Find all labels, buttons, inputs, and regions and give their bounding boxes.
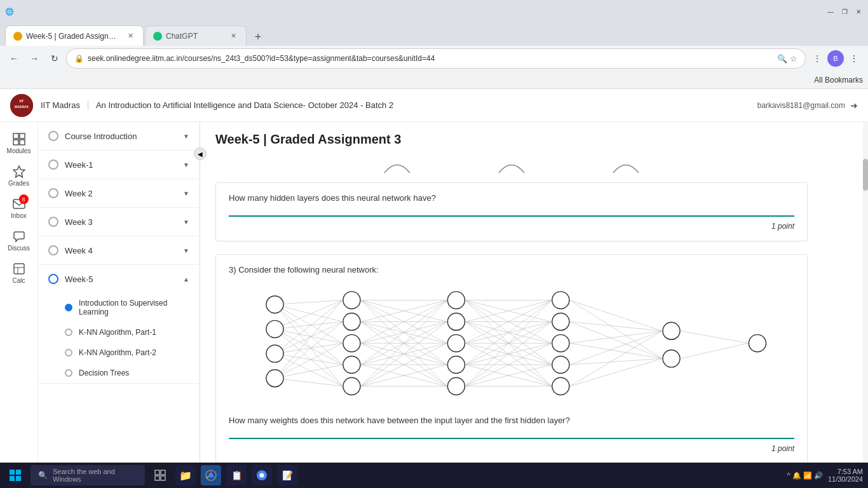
address-bar[interactable]: 🔒 seek.onlinedegree.iitm.ac.in/courses/n… xyxy=(66,48,806,69)
window-controls[interactable]: — ❐ ✕ xyxy=(826,7,863,16)
section-week3-title: Week 3 xyxy=(65,217,93,227)
nn-node xyxy=(552,313,569,330)
calc-label: Calc xyxy=(12,277,25,284)
section-week1-header[interactable]: Week-1 ▼ xyxy=(38,151,200,179)
arc1 xyxy=(378,157,416,176)
subitem-intro-supervised-circle xyxy=(65,304,72,311)
svg-line-16 xyxy=(275,304,342,386)
svg-rect-98 xyxy=(155,470,159,475)
svg-rect-100 xyxy=(155,476,159,480)
minimize-button[interactable]: — xyxy=(826,7,835,16)
taskbar-icon-chrome2[interactable] xyxy=(252,465,272,485)
search-icon[interactable]: 🔍 xyxy=(777,54,787,64)
subitem-intro-supervised-label: Introduction to Supervised Learning xyxy=(79,299,189,316)
taskbar: 🔍 Search the web and Windows 📁 📋 xyxy=(0,463,868,488)
svg-rect-94 xyxy=(10,470,15,475)
section-course-intro-left: Course Introduction xyxy=(48,131,137,141)
nn-node xyxy=(343,313,360,330)
taskbar-icon-explorer[interactable]: 📁 xyxy=(175,465,196,485)
iit-logo: IIT MADRAS xyxy=(10,94,33,117)
sidebar-item-inbox[interactable]: 8 Inbox xyxy=(1,193,37,223)
main-content: Week-5 | Graded Assignment 3 How many xyxy=(200,122,868,488)
taskbar-icon-app2[interactable]: 📝 xyxy=(277,465,297,485)
close-button[interactable]: ✕ xyxy=(854,7,863,16)
sidebar-item-modules[interactable]: Modules xyxy=(1,128,37,158)
profile-icon[interactable]: B xyxy=(827,50,844,67)
nn-node xyxy=(663,349,680,367)
refresh-button[interactable]: ↻ xyxy=(46,50,64,67)
new-tab-button[interactable]: + xyxy=(249,28,267,46)
svg-line-12 xyxy=(275,300,342,304)
taskbar-icon-chrome[interactable] xyxy=(201,465,221,485)
nn-node xyxy=(749,334,766,351)
all-bookmarks-link[interactable]: All Bookmarks xyxy=(814,76,863,85)
logout-icon[interactable]: ➜ xyxy=(850,100,858,111)
nn-arcs-top xyxy=(215,157,808,176)
question-block-q3: 3) Consider the following neural network… xyxy=(215,254,808,464)
extensions-button[interactable]: ⋮ xyxy=(808,50,826,67)
taskbar-right: ^ 🔔 📶 🔊 7:53 AM 11/30/2024 xyxy=(787,468,863,483)
sidebar-subitem-decision-trees[interactable]: Decision Trees xyxy=(38,363,200,383)
taskbar-search[interactable]: 🔍 Search the web and Windows xyxy=(31,465,145,485)
neural-network-q3 xyxy=(229,282,794,409)
points-q2: 1 point xyxy=(771,222,794,231)
back-button[interactable]: ← xyxy=(5,50,23,67)
section-week4-header[interactable]: Week 4 ▼ xyxy=(38,236,200,264)
nn-node xyxy=(447,313,465,330)
nn-node xyxy=(552,356,569,373)
section-week1: Week-1 ▼ xyxy=(38,151,200,179)
taskbar-icon-app1[interactable]: 📋 xyxy=(226,465,247,485)
bookmark-icon[interactable]: ☆ xyxy=(790,54,797,64)
answer-line-q3 xyxy=(229,438,794,439)
discuss-icon xyxy=(12,229,26,243)
sidebar-subitem-knn-part1[interactable]: K-NN Algorithm, Part-1 xyxy=(38,322,200,342)
sidebar-subitem-knn-part2[interactable]: K-NN Algorithm, Part-2 xyxy=(38,342,200,363)
subitem-decision-trees-circle xyxy=(65,369,72,377)
question-block-q2: How many hidden layers does this neural … xyxy=(215,182,808,241)
svg-text:MADRAS: MADRAS xyxy=(15,105,29,109)
sidebar-subitem-intro-supervised[interactable]: Introduction to Supervised Learning xyxy=(38,293,200,322)
scrollbar-track[interactable] xyxy=(863,122,868,488)
section-week4-chevron: ▼ xyxy=(183,247,189,254)
points-row-q3: 1 point xyxy=(229,442,794,453)
answer-line-q2 xyxy=(229,215,794,217)
section-week2-header[interactable]: Week 2 ▼ xyxy=(38,179,200,207)
menu-button[interactable]: ⋮ xyxy=(845,50,863,67)
top-header: IIT MADRAS IIT Madras An Introduction to… xyxy=(0,89,868,122)
section-week3-header[interactable]: Week 3 ▼ xyxy=(38,208,200,236)
section-course-intro-title: Course Introduction xyxy=(65,132,137,141)
sidebar-item-discuss[interactable]: Discuss xyxy=(1,226,37,255)
svg-rect-5 xyxy=(13,140,18,145)
nn-node xyxy=(266,345,283,362)
section-week5-header[interactable]: Week-5 ▲ xyxy=(38,265,200,293)
scrollbar-thumb[interactable] xyxy=(863,159,868,191)
tab2-close[interactable]: ✕ xyxy=(228,31,238,41)
maximize-button[interactable]: ❐ xyxy=(840,7,849,16)
section-week5-chevron: ▲ xyxy=(183,276,189,283)
section-week3: Week 3 ▼ xyxy=(38,208,200,236)
section-course-intro-header[interactable]: Course Introduction ▼ xyxy=(38,122,200,150)
sidebar-item-grades[interactable]: Grades xyxy=(1,161,37,191)
sidebar-item-calc[interactable]: Calc xyxy=(1,258,37,288)
inbox-badge: 8 xyxy=(19,194,29,204)
page-title: Week-5 | Graded Assignment 3 xyxy=(215,132,808,147)
section-week5-title: Week-5 xyxy=(65,274,93,284)
title-bar-left: 🌐 xyxy=(5,8,14,16)
grades-icon xyxy=(12,165,26,179)
forward-button[interactable]: → xyxy=(25,50,43,67)
tab-chatgpt[interactable]: ChatGPT ✕ xyxy=(145,25,247,46)
start-button[interactable] xyxy=(5,465,25,485)
tab-week5-assignment[interactable]: Week-5 | Graded Assignment 3 ✕ xyxy=(5,25,144,46)
nn-node xyxy=(552,377,569,395)
collapse-sidebar-button[interactable]: ◀ xyxy=(194,147,207,160)
nav-bar: ← → ↻ 🔒 seek.onlinedegree.iitm.ac.in/cou… xyxy=(0,46,868,71)
clock: 7:53 AM 11/30/2024 xyxy=(828,468,863,483)
svg-line-13 xyxy=(275,304,342,322)
subitem-knn-part2-label: K-NN Algorithm, Part-2 xyxy=(79,348,156,357)
section-week3-circle xyxy=(48,217,58,227)
question-q2-text: How many hidden layers does this neural … xyxy=(229,193,794,203)
svg-line-93 xyxy=(681,343,748,358)
nn-node xyxy=(552,291,569,308)
tab1-close[interactable]: ✕ xyxy=(125,31,135,41)
taskbar-task-view[interactable] xyxy=(150,465,170,485)
